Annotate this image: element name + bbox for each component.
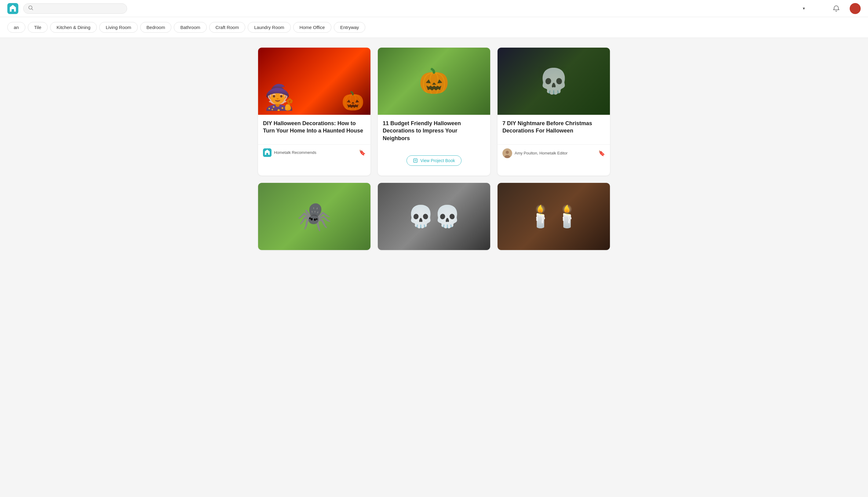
explore-projects-link[interactable]: ▼: [801, 6, 806, 11]
card-image: [498, 48, 610, 115]
category-pill-kitchen-dining[interactable]: Kitchen & Dining: [50, 22, 97, 33]
main-content: DIY Halloween Decorations: How to Turn Y…: [251, 48, 617, 250]
card-body: 11 Budget Friendly Halloween Decorations…: [378, 115, 490, 152]
chevron-down-icon: ▼: [802, 6, 806, 11]
book-icon: [413, 158, 418, 163]
bookmark-icon[interactable]: 🔖: [598, 150, 605, 157]
card-image: [378, 48, 490, 115]
search-input[interactable]: [36, 6, 122, 11]
header-nav: ▼: [801, 3, 861, 14]
category-pills: anTileKitchen & DiningLiving RoomBedroom…: [0, 22, 373, 33]
author-name: Amy Poulton, Hometalk Editor: [515, 151, 568, 155]
card-card3[interactable]: 7 DIY Nightmare Before Christmas Decorat…: [498, 48, 610, 175]
card-card6[interactable]: [498, 183, 610, 250]
category-pill-living-room[interactable]: Living Room: [99, 22, 137, 33]
card-card4[interactable]: [258, 183, 370, 250]
svg-line-2: [32, 9, 33, 10]
card-body: 7 DIY Nightmare Before Christmas Decorat…: [498, 115, 610, 144]
view-project-button[interactable]: View Project Book: [407, 155, 461, 166]
category-pill-home-office[interactable]: Home Office: [293, 22, 331, 33]
hometalk-logo-icon: [263, 148, 271, 157]
avatar[interactable]: [850, 3, 861, 14]
card-body: DIY Halloween Decorations: How to Turn Y…: [258, 115, 370, 144]
header: ▼: [0, 0, 868, 17]
card-footer: Hometalk Recommends 🔖: [258, 144, 370, 160]
notification-bell[interactable]: [831, 4, 841, 13]
card-grid: DIY Halloween Decorations: How to Turn Y…: [258, 48, 610, 250]
card-image: [258, 183, 370, 250]
card-author: Hometalk Recommends: [263, 148, 317, 157]
search-bar[interactable]: [23, 3, 127, 14]
card-card1[interactable]: DIY Halloween Decorations: How to Turn Y…: [258, 48, 370, 175]
card-card5[interactable]: [378, 183, 490, 250]
svg-rect-4: [414, 159, 417, 162]
category-pill-laundry-room[interactable]: Laundry Room: [248, 22, 291, 33]
card-author: Amy Poulton, Hometalk Editor: [502, 148, 568, 158]
category-pill-bathroom[interactable]: Bathroom: [174, 22, 207, 33]
category-bar: anTileKitchen & DiningLiving RoomBedroom…: [0, 17, 868, 38]
category-pill-an[interactable]: an: [7, 22, 25, 33]
category-pill-entryway[interactable]: Entryway: [334, 22, 366, 33]
search-icon: [28, 5, 33, 12]
category-pill-tile[interactable]: Tile: [28, 22, 48, 33]
author-avatar: [502, 148, 512, 158]
card-image: [258, 48, 370, 115]
card-title: DIY Halloween Decorations: How to Turn Y…: [263, 120, 366, 134]
category-pill-bedroom[interactable]: Bedroom: [140, 22, 172, 33]
category-pill-craft-room[interactable]: Craft Room: [209, 22, 246, 33]
card-title: 7 DIY Nightmare Before Christmas Decorat…: [502, 120, 605, 134]
card-card2[interactable]: 11 Budget Friendly Halloween Decorations…: [378, 48, 490, 175]
author-name: Hometalk Recommends: [274, 150, 317, 155]
card-footer: View Project Book: [378, 152, 490, 175]
logo[interactable]: [7, 3, 18, 14]
card-image: [378, 183, 490, 250]
card-title: 11 Budget Friendly Halloween Decorations…: [383, 120, 485, 142]
bookmark-icon[interactable]: 🔖: [359, 149, 366, 156]
card-footer: Amy Poulton, Hometalk Editor 🔖: [498, 144, 610, 162]
svg-point-8: [506, 151, 509, 154]
card-image: [498, 183, 610, 250]
